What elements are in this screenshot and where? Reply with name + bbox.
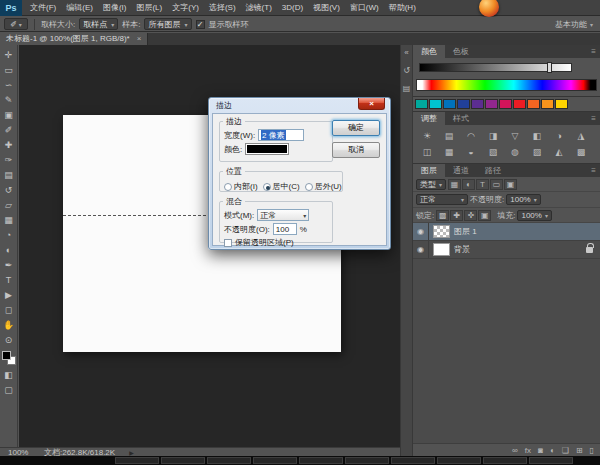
visibility-eye-icon[interactable]: ◉	[413, 223, 429, 240]
link-layers-icon[interactable]: ∞	[512, 446, 518, 455]
dodge-tool-icon[interactable]: ◐	[1, 242, 17, 257]
color-swatch[interactable]	[471, 99, 484, 109]
menubar-item[interactable]: 编辑(E)	[61, 0, 98, 16]
taskbar-item[interactable]	[299, 457, 343, 464]
color-swatch[interactable]	[527, 99, 540, 109]
menubar-item[interactable]: 视图(V)	[308, 0, 345, 16]
menubar-item[interactable]: 文件(F)	[25, 0, 61, 16]
pen-tool-icon[interactable]: ✒	[1, 257, 17, 272]
preserve-transparency-checkbox[interactable]	[224, 239, 232, 247]
eraser-tool-icon[interactable]: ▱	[1, 197, 17, 212]
menubar-item[interactable]: 3D(D)	[277, 0, 308, 16]
radio-center[interactable]: 居中(C)	[263, 181, 300, 192]
panel-menu-icon[interactable]: ≡	[591, 45, 596, 58]
filter-adjustment-icon[interactable]: ◐	[462, 179, 475, 190]
tab-adjustments[interactable]: 调整	[413, 112, 445, 125]
screen-mode-icon[interactable]: ▢	[1, 382, 17, 397]
curves-icon[interactable]: ◠	[460, 128, 482, 144]
filter-shape-icon[interactable]: ▭	[490, 179, 503, 190]
layer-thumbnail[interactable]	[433, 225, 450, 238]
shape-tool-icon[interactable]: ◻	[1, 302, 17, 317]
cancel-button[interactable]: 取消	[332, 142, 380, 158]
taskbar-item[interactable]	[483, 457, 527, 464]
stroke-color-swatch[interactable]	[245, 143, 289, 155]
color-swatch[interactable]	[541, 99, 554, 109]
color-swatch[interactable]	[443, 99, 456, 109]
channel-mixer-icon[interactable]: ▦	[438, 144, 460, 160]
panel-menu-icon[interactable]: ≡	[591, 164, 596, 177]
tab-layers[interactable]: 图层	[413, 164, 445, 177]
path-selection-tool-icon[interactable]: ▶	[1, 287, 17, 302]
move-tool-icon[interactable]: ✛	[1, 47, 17, 62]
eyedropper-tool-icon[interactable]: ✐	[1, 122, 17, 137]
crop-tool-icon[interactable]: ▣	[1, 107, 17, 122]
tab-styles[interactable]: 样式	[445, 112, 477, 125]
foreground-background-swatches[interactable]	[2, 351, 16, 365]
filter-smart-object-icon[interactable]: ▣	[504, 179, 517, 190]
sample-size-dropdown[interactable]: 取样点 ▾	[79, 18, 118, 30]
color-swatch[interactable]	[555, 99, 568, 109]
color-spectrum-bar[interactable]	[416, 79, 597, 91]
panel-menu-icon[interactable]: ≡	[591, 112, 596, 125]
radio-inside[interactable]: 内部(I)	[224, 181, 258, 192]
workspace-switcher[interactable]: 基本功能 ▾	[555, 19, 596, 30]
tab-paths[interactable]: 路径	[477, 164, 509, 177]
color-swatch[interactable]	[457, 99, 470, 109]
menubar-item[interactable]: 图像(I)	[98, 0, 132, 16]
tab-color[interactable]: 颜色	[413, 45, 445, 58]
tab-channels[interactable]: 通道	[445, 164, 477, 177]
menubar-item[interactable]: 帮助(H)	[384, 0, 421, 16]
vibrance-icon[interactable]: ▽	[504, 128, 526, 144]
hand-tool-icon[interactable]: ✋	[1, 317, 17, 332]
healing-brush-tool-icon[interactable]: ✚	[1, 137, 17, 152]
layer-row-layer-1[interactable]: ◉ 图层 1	[413, 223, 600, 241]
color-swatch[interactable]	[415, 99, 428, 109]
taskbar-item[interactable]	[391, 457, 435, 464]
filter-pixel-icon[interactable]: ▦	[448, 179, 461, 190]
layer-thumbnail[interactable]	[433, 243, 450, 256]
color-swatch[interactable]	[499, 99, 512, 109]
gradient-tool-icon[interactable]: ▦	[1, 212, 17, 227]
layer-filter-dropdown[interactable]: 类型 ▾	[416, 179, 446, 190]
blur-tool-icon[interactable]: ◔	[1, 227, 17, 242]
taskbar-item[interactable]	[253, 457, 297, 464]
black-white-icon[interactable]: ◮	[570, 128, 592, 144]
menubar-item[interactable]: 图层(L)	[131, 0, 167, 16]
lock-transparency-icon[interactable]: ▩	[436, 210, 449, 221]
ok-button[interactable]: 确定	[332, 120, 380, 136]
lock-all-icon[interactable]: ▣	[478, 210, 491, 221]
quick-mask-icon[interactable]: ◧	[1, 367, 17, 382]
new-adjustment-layer-icon[interactable]: ◐	[550, 446, 555, 455]
selective-color-icon[interactable]: ▩	[570, 144, 592, 160]
taskbar-item[interactable]	[207, 457, 251, 464]
brightness-contrast-icon[interactable]: ☀	[416, 128, 438, 144]
menubar-item[interactable]: 选择(S)	[204, 0, 241, 16]
ramp-slider-handle[interactable]	[547, 62, 552, 73]
visibility-eye-icon[interactable]: ◉	[413, 241, 429, 258]
history-brush-tool-icon[interactable]: ↺	[1, 182, 17, 197]
status-arrow-icon[interactable]: ▶	[129, 449, 134, 456]
gradient-map-icon[interactable]: ◭	[548, 144, 570, 160]
foreground-color-swatch[interactable]	[2, 351, 11, 360]
invert-icon[interactable]: ▧	[482, 144, 504, 160]
properties-panel-icon[interactable]: ▤	[403, 84, 411, 93]
new-group-icon[interactable]: ❏	[562, 446, 569, 455]
layer-opacity-dropdown[interactable]: 100% ▾	[506, 194, 540, 205]
taskbar-item[interactable]	[529, 457, 573, 464]
hue-saturation-icon[interactable]: ◧	[526, 128, 548, 144]
tool-preset-picker[interactable]: ✐ ▾	[4, 18, 28, 30]
posterize-icon[interactable]: ◍	[504, 144, 526, 160]
levels-icon[interactable]: ▤	[438, 128, 460, 144]
filter-type-icon[interactable]: T	[476, 179, 489, 190]
clone-stamp-tool-icon[interactable]: ▤	[1, 167, 17, 182]
radio-outside[interactable]: 居外(U)	[305, 181, 342, 192]
blend-mode-dropdown[interactable]: 正常 ▾	[257, 209, 309, 221]
color-lookup-icon[interactable]: ◒	[460, 144, 482, 160]
canvas-area[interactable]: 描边 × 描边 宽度(W): 2 像素 颜色: 确定	[19, 45, 400, 447]
quick-selection-tool-icon[interactable]: ✎	[1, 92, 17, 107]
document-tab[interactable]: 未标题-1 @ 100%(图层 1, RGB/8)* ×	[0, 33, 148, 45]
lock-position-icon[interactable]: ✜	[464, 210, 477, 221]
taskbar-item[interactable]	[161, 457, 205, 464]
new-layer-icon[interactable]: ⊞	[576, 446, 583, 455]
color-balance-icon[interactable]: ◑	[548, 128, 570, 144]
